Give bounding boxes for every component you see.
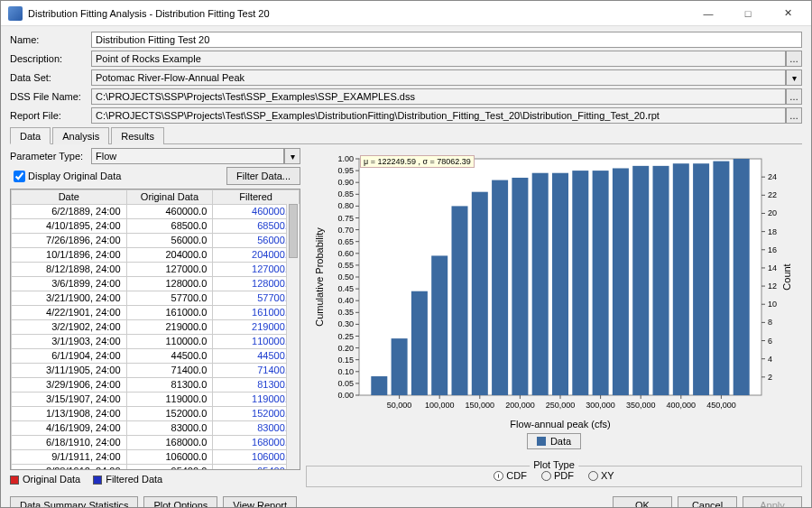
app-icon xyxy=(8,6,23,21)
svg-text:6: 6 xyxy=(768,337,772,346)
table-row[interactable]: 4/16/1909, 24:0083000.083000.0 xyxy=(12,421,300,436)
svg-rect-89 xyxy=(452,206,468,395)
legend-filtered: Filtered Data xyxy=(93,474,162,485)
table-row[interactable]: 6/1/1904, 24:0044500.044500.0 xyxy=(12,349,300,364)
table-row[interactable]: 3/2/1902, 24:00219000.0219000.0 xyxy=(12,320,300,335)
svg-text:14: 14 xyxy=(768,263,777,272)
svg-text:0.15: 0.15 xyxy=(337,356,354,365)
param-select[interactable] xyxy=(91,148,284,164)
svg-text:24: 24 xyxy=(768,172,777,181)
svg-text:0.60: 0.60 xyxy=(337,249,354,258)
table-row[interactable]: 3/6/1899, 24:00128000.0128000.0 xyxy=(12,277,300,291)
svg-text:0.90: 0.90 xyxy=(337,178,354,187)
description-input[interactable] xyxy=(91,51,786,67)
svg-text:20: 20 xyxy=(768,208,777,217)
name-label: Name: xyxy=(10,34,91,45)
svg-text:Cumulative Probability: Cumulative Probability xyxy=(314,227,325,327)
svg-text:0.70: 0.70 xyxy=(337,226,354,235)
dataset-select[interactable] xyxy=(91,69,786,86)
svg-text:0.50: 0.50 xyxy=(337,272,354,282)
chart-legend-data[interactable]: Data xyxy=(527,433,581,449)
table-row[interactable]: 2/28/1912, 24:0095400.095400.0 xyxy=(12,465,300,471)
svg-rect-88 xyxy=(431,255,448,395)
data-summary-button[interactable]: Data Summary Statistics xyxy=(10,496,138,508)
dataset-dropdown-button[interactable]: ▾ xyxy=(786,69,802,86)
display-original-label: Display Original Data xyxy=(28,171,121,181)
table-row[interactable]: 10/1/1896, 24:00204000.0204000.0 xyxy=(12,248,300,263)
radio-pdf[interactable]: PDF xyxy=(541,470,574,481)
tab-analysis[interactable]: Analysis xyxy=(52,127,109,144)
svg-text:200,000: 200,000 xyxy=(505,401,535,410)
data-table[interactable]: Date Original Data Filtered 6/2/1889, 24… xyxy=(10,189,300,470)
svg-text:0.05: 0.05 xyxy=(337,379,354,388)
display-original-checkbox[interactable] xyxy=(14,171,25,182)
col-date[interactable]: Date xyxy=(12,190,127,205)
report-label: Report File: xyxy=(10,110,91,121)
param-label: Parameter Type: xyxy=(10,151,91,162)
svg-text:0.10: 0.10 xyxy=(337,367,354,376)
table-row[interactable]: 1/13/1908, 24:00152000.0152000.0 xyxy=(12,407,300,421)
plot-options-button[interactable]: Plot Options xyxy=(143,496,217,508)
table-row[interactable]: 3/29/1906, 24:0081300.081300.0 xyxy=(12,378,300,393)
table-row[interactable]: 3/1/1903, 24:00110000.0110000.0 xyxy=(12,335,300,349)
filter-data-button[interactable]: Filter Data... xyxy=(226,167,300,185)
svg-text:18: 18 xyxy=(768,227,777,236)
svg-rect-95 xyxy=(572,171,588,395)
svg-text:250,000: 250,000 xyxy=(546,401,576,410)
svg-rect-96 xyxy=(593,171,609,395)
table-row[interactable]: 4/22/1901, 24:00161000.0161000.0 xyxy=(12,306,300,320)
svg-rect-98 xyxy=(632,166,649,395)
report-input[interactable] xyxy=(91,107,786,124)
minimize-button[interactable]: — xyxy=(688,1,728,26)
svg-text:4: 4 xyxy=(768,355,772,364)
svg-text:300,000: 300,000 xyxy=(586,401,615,410)
description-label: Description: xyxy=(10,53,91,64)
table-row[interactable]: 6/2/1889, 24:00460000.0460000.0 xyxy=(12,205,300,219)
table-row[interactable]: 3/21/1900, 24:0057700.057700.0 xyxy=(12,291,300,306)
dss-browse-button[interactable]: … xyxy=(786,88,802,105)
table-row[interactable]: 6/18/1910, 24:00168000.0168000.0 xyxy=(12,436,300,450)
param-dropdown-button[interactable]: ▾ xyxy=(284,148,300,164)
svg-text:12: 12 xyxy=(768,282,777,291)
table-row[interactable]: 4/10/1895, 24:0068500.068500.0 xyxy=(12,219,300,234)
svg-rect-103 xyxy=(734,159,750,395)
col-filtered[interactable]: Filtered xyxy=(213,190,300,205)
tab-data[interactable]: Data xyxy=(10,127,51,144)
chart[interactable]: 0.000.050.100.150.200.250.300.350.400.45… xyxy=(306,148,802,433)
svg-rect-99 xyxy=(653,166,669,395)
dataset-label: Data Set: xyxy=(10,72,91,83)
legend-swatch-icon xyxy=(537,437,546,446)
ok-button[interactable]: OK xyxy=(613,496,672,508)
col-original[interactable]: Original Data xyxy=(126,190,213,205)
svg-text:350,000: 350,000 xyxy=(626,401,656,410)
close-button[interactable]: ✕ xyxy=(768,1,807,26)
apply-button: Apply xyxy=(743,496,802,508)
svg-rect-101 xyxy=(693,163,709,395)
table-row[interactable]: 9/1/1911, 24:00106000.0106000.0 xyxy=(12,450,300,465)
window-title: Distribution Fitting Analysis - Distribu… xyxy=(28,8,688,19)
view-report-button[interactable]: View Report xyxy=(223,496,297,508)
table-row[interactable]: 3/11/1905, 24:0071400.071400.0 xyxy=(12,364,300,378)
tab-results[interactable]: Results xyxy=(111,127,164,144)
svg-rect-102 xyxy=(713,162,729,395)
svg-text:450,000: 450,000 xyxy=(706,401,736,410)
dss-input[interactable] xyxy=(91,88,786,105)
table-row[interactable]: 7/26/1896, 24:0056000.056000.0 xyxy=(12,234,300,248)
svg-text:100,000: 100,000 xyxy=(425,401,455,410)
radio-xy[interactable]: XY xyxy=(588,470,614,481)
svg-rect-94 xyxy=(552,173,568,395)
report-browse-button[interactable]: … xyxy=(786,107,802,124)
table-scrollbar[interactable] xyxy=(286,204,300,469)
radio-cdf[interactable]: CDF xyxy=(494,470,527,481)
table-row[interactable]: 3/15/1907, 24:00119000.0119000.0 xyxy=(12,393,300,407)
name-input[interactable] xyxy=(91,32,802,48)
svg-text:1.00: 1.00 xyxy=(337,154,354,163)
table-row[interactable]: 8/12/1898, 24:00127000.0127000.0 xyxy=(12,263,300,277)
plot-type-group: Plot Type CDF PDF XY xyxy=(306,466,802,487)
cancel-button[interactable]: Cancel xyxy=(678,496,737,508)
maximize-button[interactable]: □ xyxy=(728,1,768,26)
svg-text:8: 8 xyxy=(768,318,772,327)
description-more-button[interactable]: … xyxy=(786,51,802,67)
svg-text:0.40: 0.40 xyxy=(337,296,354,305)
svg-text:16: 16 xyxy=(768,245,777,254)
